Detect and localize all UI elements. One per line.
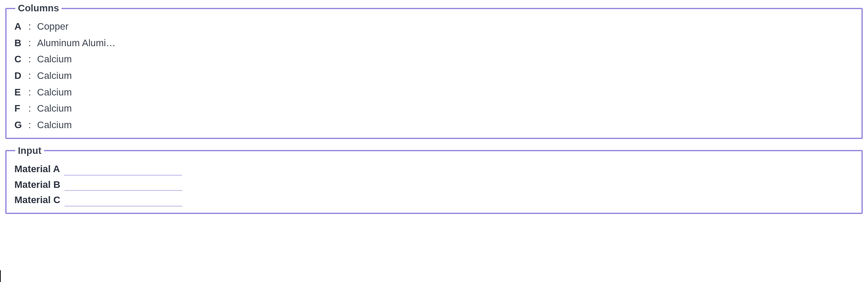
column-letter: A [14,20,24,33]
column-separator: : [28,37,33,50]
column-value: Calcium [37,86,72,99]
column-separator: : [28,20,33,33]
column-separator: : [28,53,33,66]
material-c-label: Material C [14,194,60,207]
columns-legend: Columns [15,3,62,14]
material-b-field[interactable] [65,178,182,191]
material-a-row: Material A [14,163,854,176]
material-b-label: Material B [14,178,60,191]
columns-list: A : Copper B : Aluminum Alumi… C : Calci… [14,18,854,132]
column-row-e: E : Calcium [14,86,854,99]
left-vertical-rule [0,270,1,282]
column-letter: F [14,102,24,115]
column-separator: : [28,86,33,99]
column-value: Aluminum Alumi… [37,37,116,50]
column-row-b: B : Aluminum Alumi… [14,37,854,50]
column-value: Calcium [37,119,72,132]
columns-group: Columns A : Copper B : Aluminum Alumi… C… [5,3,863,139]
material-a-field[interactable] [64,163,182,176]
column-row-a: A : Copper [14,20,854,33]
column-row-f: F : Calcium [14,102,854,115]
column-letter: G [14,119,24,132]
column-value: Calcium [37,69,72,82]
column-letter: C [14,53,24,66]
column-row-g: G : Calcium [14,119,854,132]
column-separator: : [28,69,33,82]
column-value: Calcium [37,53,72,66]
column-row-c: C : Calcium [14,53,854,66]
material-c-row: Material C [14,194,854,207]
input-group: Input Material A Material B Material C [5,145,863,214]
column-row-d: D : Calcium [14,69,854,82]
column-separator: : [28,102,33,115]
column-value: Calcium [37,102,72,115]
column-letter: B [14,37,24,50]
input-list: Material A Material B Material C [14,161,854,207]
column-value: Copper [37,20,69,33]
input-legend: Input [15,145,44,156]
material-b-row: Material B [14,178,854,191]
column-letter: D [14,69,24,82]
column-letter: E [14,86,24,99]
column-separator: : [28,119,33,132]
material-a-label: Material A [14,163,60,176]
material-c-field[interactable] [65,194,182,207]
